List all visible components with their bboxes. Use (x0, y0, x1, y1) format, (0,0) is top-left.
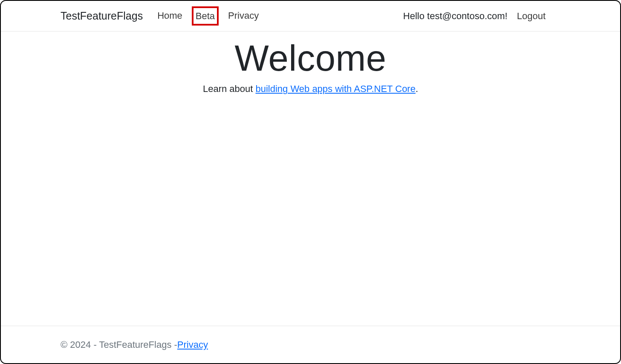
brand-title[interactable]: TestFeatureFlags (61, 10, 143, 22)
navbar: TestFeatureFlags Home Beta Privacy Hello… (1, 1, 620, 32)
nav-beta[interactable]: Beta (192, 6, 219, 26)
nav-home[interactable]: Home (156, 9, 184, 22)
logout-button[interactable]: Logout (517, 11, 546, 22)
nav-right: Hello test@contoso.com! Logout (403, 11, 607, 22)
user-greeting: Hello test@contoso.com! (403, 11, 508, 22)
main-content: Welcome Learn about building Web apps wi… (1, 32, 620, 326)
footer: © 2024 - TestFeatureFlags - Privacy (1, 326, 620, 363)
lead-link[interactable]: building Web apps with ASP.NET Core (255, 83, 415, 94)
lead-text: Learn about building Web apps with ASP.N… (203, 83, 418, 95)
footer-privacy-link[interactable]: Privacy (177, 339, 208, 350)
nav-left: Home Beta Privacy (156, 6, 260, 26)
lead-prefix: Learn about (203, 83, 256, 94)
page-title: Welcome (234, 37, 386, 79)
lead-suffix: . (416, 83, 418, 94)
footer-copyright: © 2024 - TestFeatureFlags - (61, 339, 177, 350)
app-window: TestFeatureFlags Home Beta Privacy Hello… (0, 0, 621, 364)
nav-privacy[interactable]: Privacy (226, 9, 260, 22)
